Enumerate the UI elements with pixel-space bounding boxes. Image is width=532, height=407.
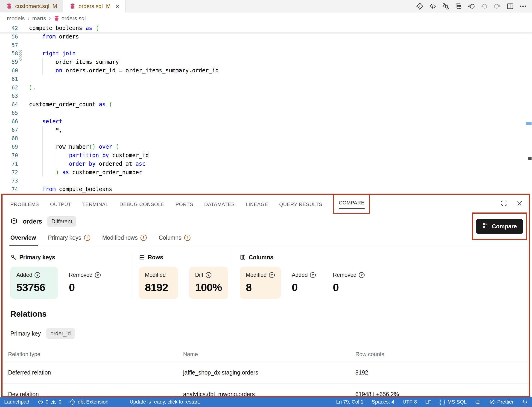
code-text: partition by customer_id [29,151,149,160]
subtab-primary-keys[interactable]: Primary keys! [48,234,90,241]
statusbar-copilot[interactable] [475,399,481,405]
stat-section-title: Rows [148,254,163,261]
panel-tab-lineage[interactable]: LINEAGE [246,202,268,207]
help-icon[interactable]: ? [359,272,365,278]
line-number: 60 [0,66,18,75]
code-text: row_number() over ( [29,143,119,151]
line-number: 61 [0,75,18,83]
tab-label: orders.sql [78,3,103,9]
stat-card-label: Diff [195,272,203,278]
maximize-panel-icon[interactable] [501,200,507,208]
more-actions-icon[interactable] [519,2,527,10]
panel-tab-terminal[interactable]: TERMINAL [82,202,108,207]
code-line-73: 73 [0,177,532,185]
statusbar-label: 0 [59,399,61,405]
breadcrumb-item-models[interactable]: models [7,15,25,22]
stat-card-value: 100% [195,281,222,294]
diff-status-badge: Different [47,216,76,227]
panel-tab-compare[interactable]: COMPARE [339,200,364,209]
statusbar-eol[interactable]: LF [425,399,431,405]
subtab-columns[interactable]: Columns! [159,234,190,241]
statusbar-dbt-extension[interactable]: dbt Extension [69,399,108,405]
compare-button[interactable]: Compare [476,219,523,234]
editor-tab-customers-sql[interactable]: customers.sqlM [0,0,63,12]
dbt-icon[interactable] [416,2,424,10]
gutter-area [18,168,29,177]
relations-table-cell: 8192 [355,362,529,384]
statusbar-launchpad[interactable]: Launchpad [4,399,29,405]
relations-table-row: Deferred relationjaffle_shop_dx.staging.… [2,362,529,384]
relations-table-cell: jaffle_shop_dx.staging.orders [183,362,355,384]
stat-card-label: Added [16,272,32,278]
code-line-69: 69 row_number() over ( [0,143,532,151]
help-icon[interactable]: ? [35,272,40,278]
navigate-back-icon[interactable] [468,2,475,10]
code-line-68: 68 [0,134,532,143]
subtab-overview[interactable]: Overview [10,234,36,241]
panel-tab-ports[interactable]: PORTS [175,202,193,207]
navigate-indicator-icon[interactable] [480,2,488,10]
chevron-right-icon: › [27,15,30,22]
git-graph-icon[interactable] [442,2,449,10]
code-text: compute_booleans as ( [29,24,99,32]
gutter-area [18,117,29,126]
gutter-area [18,177,29,185]
line-number: 66 [0,117,18,126]
stat-card-removed: Removed?0 [69,267,107,299]
code-line-65: 65 [0,109,532,117]
help-icon[interactable]: ? [95,272,101,278]
statusbar-notifications[interactable] [522,399,528,405]
stat-card-value: 53756 [16,281,52,294]
code-editor[interactable]: 42compute_booleans as (56 from orders575… [0,24,532,194]
panel-tab-datamates[interactable]: DATAMATES [204,202,235,207]
statusbar-update-message[interactable]: Update is ready, click to restart. [130,399,200,405]
breadcrumb-item-marts[interactable]: marts [32,15,46,22]
help-icon[interactable]: ? [269,272,275,278]
code-icon[interactable] [429,2,437,10]
stat-card-added: Added?53756 [10,267,58,299]
status-bar: Launchpad00dbt ExtensionUpdate is ready,… [0,397,532,407]
bottom-panel-compare: PROBLEMSOUTPUTTERMINALDEBUG CONSOLEPORTS… [1,194,530,397]
gutter-area [18,143,29,151]
query-results-table-icon[interactable] [455,2,463,10]
code-text: order_items_summary [29,58,119,66]
code-line-71: 71 order by ordered_at asc [0,160,532,168]
subtab-label: Modified rows [102,234,138,241]
panel-tab-problems[interactable]: PROBLEMS [10,202,39,207]
panel-tab-debug-console[interactable]: DEBUG CONSOLE [120,202,164,207]
statusbar-encoding[interactable]: UTF-8 [403,399,417,405]
help-icon[interactable]: ? [310,272,316,278]
stat-section-columns: ColumnsModified?8Added?0Removed?0 [232,254,378,299]
code-text: ), [29,83,36,92]
line-number: 69 [0,143,18,151]
rows-icon [139,254,145,260]
gutter-area [18,126,29,134]
statusbar-indentation[interactable]: Spaces: 4 [372,399,394,405]
gutter-area [18,109,29,117]
editor-tab-orders-sql[interactable]: orders.sqlM× [63,0,126,12]
breadcrumb: models›marts›orders.sql [0,13,532,24]
warning-icon: ! [140,235,147,241]
statusbar-cursor-position[interactable]: Ln 79, Col 1 [336,399,363,405]
statusbar-formatter[interactable]: Prettier [489,399,514,405]
close-panel-icon[interactable] [516,200,523,208]
breadcrumb-item-file[interactable]: orders.sql [54,15,86,22]
close-tab-icon[interactable]: × [116,3,119,9]
line-number: 42 [0,24,18,32]
code-text: right join [29,49,76,58]
statusbar-problems[interactable]: 00 [38,399,61,405]
panel-tab-output[interactable]: OUTPUT [50,202,71,207]
line-number: 74 [0,185,18,194]
help-icon[interactable]: ? [206,272,211,278]
gutter-area [18,49,29,58]
statusbar-language-mode[interactable]: { }MS SQL [439,399,467,405]
navigate-forward-icon[interactable] [493,2,501,10]
line-number: 68 [0,134,18,143]
subtab-modified-rows[interactable]: Modified rows! [102,234,147,241]
split-editor-icon[interactable] [506,2,514,10]
panel-tab-query-results[interactable]: QUERY RESULTS [279,202,322,207]
stat-card-label: Removed [333,272,357,278]
database-icon [6,3,12,9]
statusbar-label: Spaces: 4 [372,399,394,405]
line-number: 58 [0,49,18,58]
